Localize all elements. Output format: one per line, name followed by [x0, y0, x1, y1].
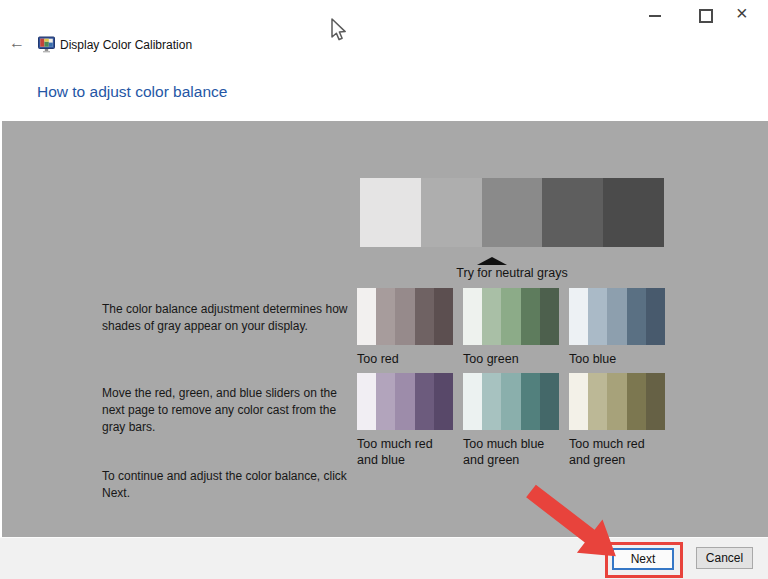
color-stripe: [521, 373, 540, 430]
color-stripe: [434, 288, 453, 345]
color-stripe: [627, 288, 646, 345]
neutral-gray-strip: [360, 178, 664, 247]
color-stripe: [415, 373, 434, 430]
swatch-label: Too red: [357, 351, 457, 367]
color-stripe: [542, 178, 603, 247]
color-stripe: [434, 373, 453, 430]
instruction-paragraph-3: To continue and adjust the color balance…: [102, 468, 354, 502]
neutral-gray-caption: Try for neutral grays: [412, 266, 612, 280]
cancel-button[interactable]: Cancel: [696, 547, 753, 569]
color-stripe: [415, 288, 434, 345]
color-stripe: [482, 178, 543, 247]
back-arrow-icon[interactable]: ←: [9, 34, 25, 52]
instruction-paragraph-2: Move the red, green, and blue sliders on…: [102, 385, 354, 436]
color-stripe: [607, 288, 626, 345]
swatch-label: Too much blue and green: [463, 436, 563, 468]
color-stripe: [588, 288, 607, 345]
color-stripe: [482, 373, 501, 430]
color-stripe: [540, 288, 559, 345]
color-stripe: [569, 373, 588, 430]
swatch-bars: [463, 288, 559, 345]
color-stripe: [395, 288, 414, 345]
color-stripe: [588, 373, 607, 430]
color-stripe: [395, 373, 414, 430]
color-stripe: [357, 373, 376, 430]
neutral-marker-triangle-icon: [477, 257, 507, 265]
color-stripe: [501, 288, 520, 345]
color-stripe: [521, 288, 540, 345]
minimize-icon[interactable]: [649, 15, 661, 17]
swatch-label: Too much red and blue: [357, 436, 457, 468]
color-stripe: [421, 178, 482, 247]
display-color-calibration-window: × ← Display Color Calibration How to adj…: [0, 0, 768, 579]
color-stripe: [627, 373, 646, 430]
color-stripe: [482, 288, 501, 345]
swatch-bars: [357, 373, 453, 430]
swatch-label: Too green: [463, 351, 563, 367]
color-stripe: [357, 288, 376, 345]
color-stripe: [360, 178, 421, 247]
next-button[interactable]: Next: [612, 548, 674, 570]
swatch-bars: [569, 288, 665, 345]
swatch-label: Too much red and green: [569, 436, 669, 468]
mouse-cursor-icon: [326, 16, 348, 44]
close-icon[interactable]: ×: [736, 2, 748, 24]
swatch-too-much-red-and-green: Too much red and green: [569, 373, 665, 468]
swatch-bars: [357, 288, 453, 345]
swatch-too-green: Too green: [463, 288, 559, 367]
swatch-too-much-red-and-blue: Too much red and blue: [357, 373, 453, 468]
color-stripe: [603, 178, 664, 247]
swatch-bars: [569, 373, 665, 430]
page-title: How to adjust color balance: [37, 83, 227, 101]
color-stripe: [607, 373, 626, 430]
color-stripe: [646, 288, 665, 345]
swatch-too-red: Too red: [357, 288, 453, 367]
swatch-too-blue: Too blue: [569, 288, 665, 367]
display-calibration-app-icon: [38, 36, 55, 53]
color-stripe: [376, 373, 395, 430]
color-stripe: [463, 288, 482, 345]
swatch-label: Too blue: [569, 351, 669, 367]
color-stripe: [569, 288, 588, 345]
color-stripe: [540, 373, 559, 430]
color-stripe: [463, 373, 482, 430]
maximize-icon[interactable]: [699, 9, 713, 23]
swatch-bars: [463, 373, 559, 430]
app-title: Display Color Calibration: [60, 38, 192, 52]
color-stripe: [376, 288, 395, 345]
color-stripe: [501, 373, 520, 430]
instruction-paragraph-1: The color balance adjustment determines …: [102, 301, 354, 335]
color-stripe: [646, 373, 665, 430]
swatch-too-much-blue-and-green: Too much blue and green: [463, 373, 559, 468]
